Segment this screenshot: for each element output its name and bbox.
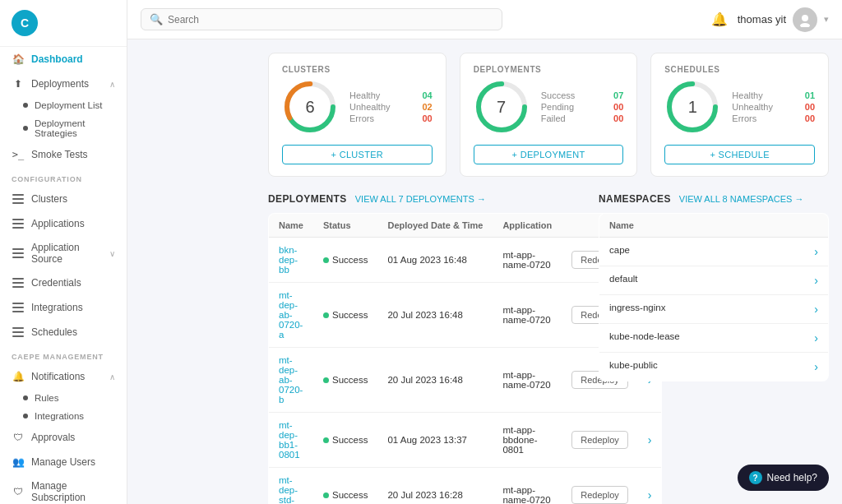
sidebar-item-approvals[interactable]: 🛡 Approvals bbox=[0, 425, 127, 450]
view-all-deployments-link[interactable]: VIEW ALL 7 DEPLOYMENTS → bbox=[355, 194, 486, 204]
deployments-card-body: 7 Success 07 Pending 00 Failed 00 bbox=[474, 79, 624, 135]
deployment-status: Success bbox=[313, 283, 377, 348]
schedules-errors-row: Errors 00 bbox=[732, 113, 815, 123]
schedules-donut: 1 bbox=[664, 79, 720, 135]
clusters-healthy-label: Healthy bbox=[349, 90, 380, 100]
user-chevron: ▾ bbox=[824, 14, 829, 25]
svg-rect-1 bbox=[12, 198, 24, 200]
svg-rect-11 bbox=[12, 286, 24, 288]
schedules-healthy-label: Healthy bbox=[732, 90, 762, 100]
col-date: Deployed Date & Time bbox=[377, 214, 493, 238]
main-content: CLUSTERS 6 Healthy 04 Unhe bbox=[255, 39, 842, 504]
sidebar-item-smoke-tests[interactable]: >_ Smoke Tests bbox=[0, 142, 127, 167]
deployments-arrow: ∧ bbox=[109, 80, 115, 89]
deployments-number: 7 bbox=[497, 98, 506, 117]
sidebar-label-applications: Applications bbox=[31, 218, 85, 229]
deployment-list-dot bbox=[23, 103, 28, 108]
notifications-submenu: Rules Integrations bbox=[0, 389, 127, 425]
sidebar-item-application-source[interactable]: Application Source ∨ bbox=[0, 236, 127, 270]
schedules-card-body: 1 Healthy 01 Unhealthy 00 Errors 00 bbox=[664, 79, 815, 135]
deployments-card: DEPLOYMENTS 7 Success 07 Pending bbox=[460, 53, 638, 177]
svg-rect-3 bbox=[12, 219, 24, 220]
notif-integrations-dot bbox=[23, 414, 28, 418]
deployment-status: Success bbox=[313, 468, 377, 505]
sidebar-item-deployment-list[interactable]: Deployment List bbox=[23, 96, 127, 114]
deployment-status: Success bbox=[313, 348, 377, 413]
clusters-unhealthy-value: 02 bbox=[422, 102, 432, 112]
sidebar-label-notifications: Notifications bbox=[31, 371, 85, 382]
namespace-row[interactable]: ingress-nginx› bbox=[599, 295, 829, 324]
sidebar-item-notif-integrations[interactable]: Integrations bbox=[23, 407, 127, 425]
svg-rect-0 bbox=[12, 194, 24, 196]
sidebar-label-manage-users: Manage Users bbox=[31, 456, 95, 468]
deployments-section: DEPLOYMENTS VIEW ALL 7 DEPLOYMENTS → Nam… bbox=[268, 193, 585, 504]
logo[interactable]: C bbox=[0, 0, 127, 47]
search-input[interactable] bbox=[168, 14, 493, 25]
sidebar-item-applications[interactable]: Applications bbox=[0, 211, 127, 236]
sidebar-item-deployment-strategies[interactable]: Deployment Strategies bbox=[23, 114, 127, 142]
schedules-healthy-row: Healthy 01 bbox=[732, 90, 815, 100]
sidebar-item-deployments[interactable]: ⬆ Deployments ∧ bbox=[0, 72, 127, 96]
deployments-success-label: Success bbox=[541, 90, 576, 100]
deployment-date: 20 Jul 2023 16:28 bbox=[377, 468, 493, 505]
bell-icon[interactable]: 🔔 bbox=[711, 12, 728, 27]
clusters-errors-row: Errors 00 bbox=[349, 113, 433, 123]
sidebar-item-credentials[interactable]: Credentials bbox=[0, 270, 127, 295]
clusters-healthy-value: 04 bbox=[422, 90, 432, 100]
sidebar-label-credentials: Credentials bbox=[31, 277, 81, 289]
view-all-namespaces-link[interactable]: VIEW ALL 8 NAMESPACES → bbox=[679, 194, 804, 204]
sidebar-item-rules[interactable]: Rules bbox=[23, 389, 127, 407]
clusters-card-title: CLUSTERS bbox=[282, 65, 433, 74]
deployments-section-header: DEPLOYMENTS VIEW ALL 7 DEPLOYMENTS → bbox=[268, 193, 585, 205]
schedules-errors-value: 00 bbox=[805, 113, 815, 123]
deployment-application: mt-app-name-0720 bbox=[493, 238, 562, 283]
deployments-failed-row: Failed 00 bbox=[541, 113, 624, 123]
clusters-card: CLUSTERS 6 Healthy 04 Unhe bbox=[268, 53, 446, 177]
sidebar-item-dashboard[interactable]: 🏠 Dashboard bbox=[0, 47, 127, 72]
svg-rect-8 bbox=[12, 257, 24, 258]
namespaces-section-header: NAMESPACES VIEW ALL 8 NAMESPACES → bbox=[599, 193, 829, 205]
clusters-unhealthy-label: Unhealthy bbox=[349, 102, 391, 112]
deployments-submenu: Deployment List Deployment Strategies bbox=[0, 96, 127, 142]
sidebar-item-clusters[interactable]: Clusters bbox=[0, 187, 127, 211]
add-schedule-button[interactable]: + SCHEDULE bbox=[664, 145, 815, 164]
namespace-name: kube-node-lease› bbox=[599, 324, 829, 353]
topbar: 🔍 🔔 thomas yit ▾ bbox=[127, 0, 842, 39]
add-cluster-button[interactable]: + CLUSTER bbox=[282, 145, 433, 164]
deployment-name: mt-dep-bb1-0801 bbox=[269, 413, 313, 468]
svg-rect-4 bbox=[12, 223, 24, 224]
caepe-section-label: CAEPE MANAGEMENT bbox=[0, 344, 127, 364]
credentials-icon bbox=[12, 276, 25, 289]
sidebar-item-notifications[interactable]: 🔔 Notifications ∧ bbox=[0, 364, 127, 389]
search-box[interactable]: 🔍 bbox=[141, 8, 502, 30]
namespace-row[interactable]: default› bbox=[599, 266, 829, 295]
help-button[interactable]: ? Need help? bbox=[738, 465, 829, 491]
deployment-name: mt-dep-ab-0720-a bbox=[269, 283, 313, 348]
sidebar-item-manage-subscription[interactable]: 🛡 Manage Subscription bbox=[0, 474, 127, 504]
namespaces-section-title: NAMESPACES bbox=[599, 193, 671, 205]
sidebar-item-manage-users[interactable]: 👥 Manage Users bbox=[0, 450, 127, 474]
svg-rect-13 bbox=[12, 307, 24, 308]
clusters-errors-label: Errors bbox=[349, 113, 374, 123]
deployment-name: mt-dep-std-0720 bbox=[269, 468, 313, 505]
svg-rect-14 bbox=[12, 311, 24, 312]
deployments-failed-label: Failed bbox=[541, 113, 566, 123]
sidebar-label-dashboard: Dashboard bbox=[31, 53, 83, 65]
sidebar-item-integrations[interactable]: Integrations bbox=[0, 295, 127, 320]
sidebar-label-integrations: Integrations bbox=[31, 302, 83, 313]
svg-point-18 bbox=[802, 15, 808, 21]
sidebar-label-deployments: Deployments bbox=[31, 78, 89, 90]
user-info[interactable]: thomas yit ▾ bbox=[738, 7, 829, 32]
namespace-row[interactable]: cape› bbox=[599, 238, 829, 266]
deployment-date: 20 Jul 2023 16:48 bbox=[377, 283, 493, 348]
dashboard-icon: 🏠 bbox=[12, 53, 25, 66]
namespace-row[interactable]: kube-node-lease› bbox=[599, 324, 829, 353]
clusters-card-body: 6 Healthy 04 Unhealthy 02 Errors 00 bbox=[282, 79, 433, 135]
deployments-stats: Success 07 Pending 00 Failed 00 bbox=[541, 90, 624, 123]
namespace-row[interactable]: kube-public› bbox=[599, 353, 829, 381]
add-deployment-button[interactable]: + DEPLOYMENT bbox=[474, 145, 624, 164]
col-application: Application bbox=[493, 214, 562, 238]
sidebar-item-schedules[interactable]: Schedules bbox=[0, 320, 127, 344]
logo-icon: C bbox=[12, 10, 38, 36]
deployments-pending-value: 00 bbox=[613, 102, 623, 112]
